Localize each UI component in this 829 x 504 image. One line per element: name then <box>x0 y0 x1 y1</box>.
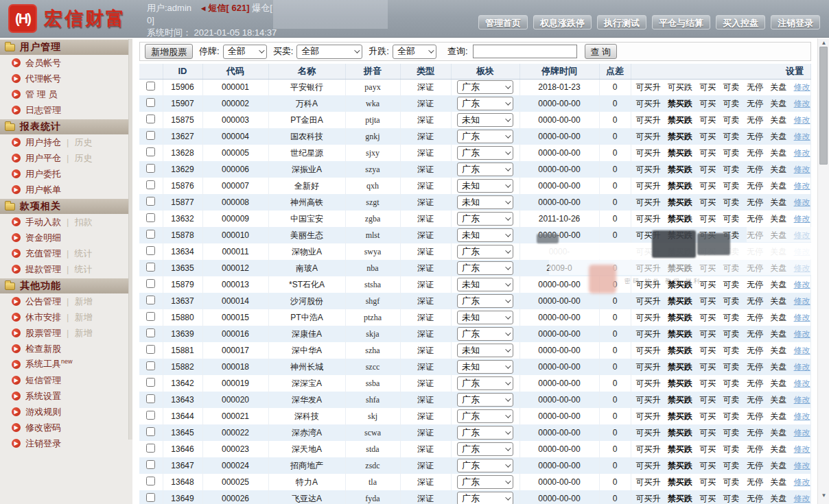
edit-link[interactable]: 修改 <box>794 313 810 322</box>
flag-can-sell[interactable]: 可卖 <box>723 181 740 191</box>
flag-can-sell[interactable]: 可卖 <box>723 494 740 503</box>
sidebar-item[interactable]: ▶ 修改密码 <box>0 420 132 435</box>
board-select[interactable]: 广东 <box>457 442 513 456</box>
flag-can-buy[interactable]: 可买 <box>699 214 716 224</box>
flag-buy-down[interactable]: 禁买跌 <box>668 197 692 207</box>
flag-buy-down[interactable]: 禁买跌 <box>668 181 692 191</box>
edit-link[interactable]: 修改 <box>794 395 810 405</box>
sidebar-item[interactable]: ▶ 游戏规则 <box>0 404 132 420</box>
board-select[interactable]: 广东 <box>457 475 513 489</box>
flag-can-sell[interactable]: 可卖 <box>723 296 740 306</box>
flag-can-buy[interactable]: 可买 <box>699 132 716 141</box>
flag-can-buy-up[interactable]: 可买升 <box>636 411 661 421</box>
flag-close-board[interactable]: 关盘 <box>770 115 786 125</box>
sidebar-item[interactable]: ▶ 检查新股 <box>0 341 132 357</box>
sidebar-item[interactable]: ▶ 系统工具new <box>0 357 132 372</box>
flag-no-stop[interactable]: 无停 <box>747 263 763 273</box>
flag-can-buy[interactable]: 可买 <box>699 148 716 158</box>
board-select[interactable]: 广东 <box>457 163 513 176</box>
flag-buy-down[interactable]: 禁买跌 <box>668 461 692 470</box>
row-checkbox[interactable] <box>146 180 155 189</box>
flag-close-board[interactable]: 关盘 <box>770 461 786 470</box>
flag-close-board[interactable]: 关盘 <box>770 395 786 405</box>
flag-can-buy-up[interactable]: 可买升 <box>636 263 661 273</box>
flag-buy-down[interactable]: 禁买跌 <box>668 115 692 125</box>
flag-can-sell[interactable]: 可卖 <box>723 428 740 437</box>
flag-can-sell[interactable]: 可卖 <box>723 461 740 470</box>
header-nav-button[interactable]: 管理首页 <box>478 15 528 29</box>
row-checkbox[interactable] <box>146 279 155 288</box>
flag-buy-down[interactable]: 禁买跌 <box>668 165 692 174</box>
flag-can-buy[interactable]: 可买 <box>699 263 716 273</box>
flag-buy-down[interactable]: 禁买跌 <box>668 263 692 273</box>
flag-can-buy-up[interactable]: 可买升 <box>636 461 661 470</box>
flag-can-buy-up[interactable]: 可买升 <box>636 247 661 256</box>
flag-can-sell[interactable]: 可卖 <box>723 395 740 405</box>
flag-can-buy[interactable]: 可买 <box>699 395 716 405</box>
flag-no-stop[interactable]: 无停 <box>747 461 763 470</box>
sidebar-item[interactable]: ▶ 资金明细 <box>0 230 132 245</box>
flag-no-stop[interactable]: 无停 <box>747 247 763 256</box>
edit-link[interactable]: 修改 <box>794 444 810 454</box>
flag-can-sell[interactable]: 可卖 <box>723 263 740 273</box>
row-checkbox[interactable] <box>146 345 155 354</box>
row-checkbox[interactable] <box>146 444 155 453</box>
row-checkbox[interactable] <box>146 477 155 485</box>
flag-buy-down[interactable]: 禁买跌 <box>668 247 692 256</box>
flag-can-sell[interactable]: 可卖 <box>723 329 740 339</box>
header-nav-button[interactable]: 平仓与结算 <box>652 15 710 29</box>
row-checkbox[interactable] <box>146 197 155 206</box>
add-stock-button[interactable]: 新增股票 <box>145 44 193 59</box>
sidebar-item[interactable]: ▶ 系统设置 <box>0 388 132 404</box>
board-select[interactable]: 广东 <box>457 426 513 440</box>
row-checkbox[interactable] <box>146 411 155 420</box>
flag-can-sell[interactable]: 可卖 <box>723 230 740 240</box>
board-select[interactable]: 广东 <box>457 130 513 143</box>
board-select[interactable]: 广东 <box>457 97 513 110</box>
filter-select[interactable]: 全部 <box>223 45 267 59</box>
flag-buy-down[interactable]: 禁买跌 <box>668 444 692 454</box>
sidebar-item[interactable]: ▶ 休市安排 | 新增 <box>0 309 132 325</box>
flag-can-sell[interactable]: 可卖 <box>723 362 740 372</box>
flag-can-buy[interactable]: 可买 <box>699 494 716 503</box>
flag-can-sell[interactable]: 可卖 <box>723 99 740 108</box>
flag-no-stop[interactable]: 无停 <box>747 428 763 437</box>
board-select[interactable]: 未知 <box>457 113 513 127</box>
sidebar-item[interactable]: ▶ 提款管理 | 统计 <box>0 261 132 277</box>
sidebar-item[interactable]: ▶ 用户帐单 <box>0 182 132 197</box>
flag-buy-down[interactable]: 禁买跌 <box>668 148 692 158</box>
flag-no-stop[interactable]: 无停 <box>747 362 763 372</box>
flag-can-buy-up[interactable]: 可买升 <box>636 99 661 108</box>
flag-can-sell[interactable]: 可卖 <box>723 165 740 174</box>
flag-buy-down[interactable]: 可买跌 <box>668 82 692 92</box>
flag-no-stop[interactable]: 无停 <box>747 313 763 322</box>
board-select[interactable]: 未知 <box>457 228 513 242</box>
row-checkbox[interactable] <box>146 246 155 255</box>
sidebar-section-header[interactable]: 款项相关 <box>0 199 132 214</box>
row-checkbox[interactable] <box>146 361 155 370</box>
edit-link[interactable]: 修改 <box>794 82 810 92</box>
header-nav-button[interactable]: 权息涨跌停 <box>533 15 592 29</box>
flag-can-sell[interactable]: 可卖 <box>723 214 740 224</box>
flag-close-board[interactable]: 关盘 <box>770 263 786 273</box>
flag-can-buy-up[interactable]: 可买升 <box>636 313 661 322</box>
flag-can-buy-up[interactable]: 可买升 <box>636 329 661 339</box>
row-checkbox[interactable] <box>146 312 155 321</box>
board-select[interactable]: 未知 <box>457 311 513 324</box>
flag-can-buy-up[interactable]: 可买升 <box>636 197 661 207</box>
flag-can-buy-up[interactable]: 可买升 <box>636 181 661 191</box>
board-select[interactable]: 广东 <box>457 492 513 504</box>
flag-can-buy[interactable]: 可买 <box>699 197 716 207</box>
sidebar-item[interactable]: ▶ 日志管理 <box>0 102 132 118</box>
flag-can-sell[interactable]: 可卖 <box>723 115 740 125</box>
flag-buy-down[interactable]: 禁买跌 <box>668 99 692 108</box>
scroll-down-icon[interactable]: ▼ <box>818 492 829 502</box>
flag-can-buy[interactable]: 可买 <box>699 379 716 388</box>
board-select[interactable]: 广东 <box>457 146 513 160</box>
row-checkbox[interactable] <box>146 131 155 140</box>
sms-link[interactable]: 短信[ 621] <box>209 3 250 13</box>
edit-link[interactable]: 修改 <box>794 99 810 108</box>
board-select[interactable]: 未知 <box>457 179 513 193</box>
row-checkbox[interactable] <box>146 296 155 304</box>
flag-no-stop[interactable]: 无停 <box>747 346 763 355</box>
